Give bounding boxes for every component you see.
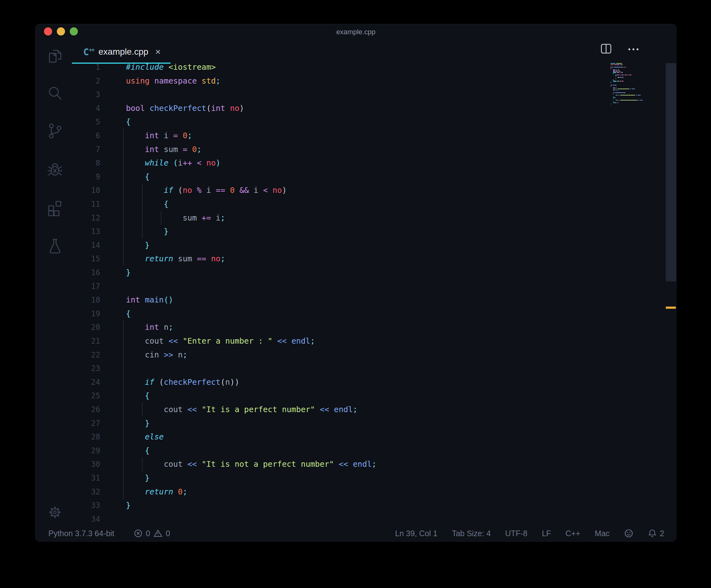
indent-guide xyxy=(123,471,124,485)
line-number: 5 xyxy=(81,115,100,129)
indent-guide xyxy=(123,211,124,225)
line-number: 2 xyxy=(81,74,100,88)
line-number: 23 xyxy=(81,361,100,375)
code-line: 26 cout << "It is a perfect number" << e… xyxy=(36,403,676,417)
code-line: 29 { xyxy=(36,444,676,458)
code-line: 30 cout << "It is not a perfect number" … xyxy=(36,457,676,471)
indent-guide xyxy=(123,238,124,252)
line-number: 18 xyxy=(81,293,100,307)
line-number: 19 xyxy=(81,307,100,321)
cpp-file-icon: C++ xyxy=(83,46,94,58)
code-line: 13 } xyxy=(36,225,676,238)
line-number: 11 xyxy=(81,197,100,211)
line-number: 24 xyxy=(81,375,100,389)
interpreter-status[interactable]: Python 3.7.3 64-bit xyxy=(48,529,114,538)
feedback-smiley-icon[interactable] xyxy=(624,529,633,538)
code-line: 22 cin >> n; xyxy=(36,348,676,362)
warning-icon xyxy=(153,529,163,538)
line-number: 7 xyxy=(81,143,100,156)
code-line: 27 } xyxy=(36,417,676,430)
code-line: 12 sum += i; xyxy=(36,211,676,225)
line-number: 4 xyxy=(81,102,100,115)
ellipsis-icon[interactable] xyxy=(628,46,639,52)
line-number: 32 xyxy=(81,485,100,499)
code-line: 6 int i = 0; xyxy=(36,129,676,143)
line-number: 34 xyxy=(81,512,100,526)
indent-guide xyxy=(123,430,124,444)
code-line: 3 xyxy=(36,88,676,102)
code-line: 16} xyxy=(36,266,676,279)
code-line: 32 return 0; xyxy=(36,485,676,499)
notification-count: 2 xyxy=(660,529,664,538)
line-number: 20 xyxy=(81,320,100,334)
cursor-position[interactable]: Ln 39, Col 1 xyxy=(395,529,437,538)
eol-sequence[interactable]: LF xyxy=(542,529,551,538)
tab-size[interactable]: Tab Size: 4 xyxy=(452,529,491,538)
line-number: 10 xyxy=(81,184,100,197)
code-line: 25 { xyxy=(36,389,676,403)
error-icon xyxy=(134,529,143,538)
split-editor-icon[interactable] xyxy=(601,44,611,55)
indent-guide xyxy=(123,457,124,471)
line-number: 27 xyxy=(81,417,100,430)
scrollbar-thumb[interactable] xyxy=(666,63,676,281)
code-line: 5{ xyxy=(36,115,676,129)
encoding[interactable]: UTF-8 xyxy=(505,529,527,538)
indent-guide xyxy=(123,361,124,375)
status-bar: Python 3.7.3 64-bit 0 0 Ln 39, Col 1 Tab… xyxy=(36,525,676,541)
os-indicator: Mac xyxy=(595,529,609,538)
indent-guide xyxy=(123,143,124,156)
indent-guide xyxy=(123,389,124,403)
code-line: 4bool checkPerfect(int no) xyxy=(36,102,676,115)
code-line: 9 { xyxy=(36,170,676,184)
line-number: 25 xyxy=(81,389,100,403)
code-line: 2using namespace std; xyxy=(36,74,676,88)
line-number: 31 xyxy=(81,471,100,485)
language-mode[interactable]: C++ xyxy=(566,529,580,538)
notifications-bell[interactable]: 2 xyxy=(648,529,664,538)
code-line: 14 } xyxy=(36,238,676,252)
indent-guide xyxy=(123,170,124,184)
indent-guide xyxy=(123,320,124,334)
indent-guide xyxy=(123,184,124,197)
code-line: 19{ xyxy=(36,307,676,321)
code-line: 17 xyxy=(36,279,676,293)
code-line: 20 int n; xyxy=(36,320,676,334)
indent-guide xyxy=(123,252,124,266)
code-line: 33} xyxy=(36,499,676,512)
line-number: 1 xyxy=(81,60,100,74)
code-line: 34 xyxy=(36,512,676,526)
line-number: 21 xyxy=(81,334,100,348)
indent-guide xyxy=(123,334,124,348)
line-number: 29 xyxy=(81,444,100,458)
title-bar[interactable]: example.cpp xyxy=(36,24,676,41)
indent-guide xyxy=(123,156,124,170)
line-number: 13 xyxy=(81,225,100,238)
code-line: 21 cout << "Enter a number : " << endl; xyxy=(36,334,676,348)
line-number: 3 xyxy=(81,88,100,102)
code-line: 1#include <iostream> xyxy=(36,60,676,74)
code-line: 18int main() xyxy=(36,293,676,307)
line-number: 12 xyxy=(81,211,100,225)
vscode-window: example.cpp C++ ex xyxy=(35,24,676,542)
code-line: 11 { xyxy=(36,197,676,211)
line-number: 8 xyxy=(81,156,100,170)
line-number: 22 xyxy=(81,348,100,362)
line-number: 9 xyxy=(81,170,100,184)
indent-guide xyxy=(123,417,124,430)
line-number: 6 xyxy=(81,129,100,143)
line-number: 28 xyxy=(81,430,100,444)
problems-status[interactable]: 0 0 xyxy=(134,529,170,538)
line-number: 14 xyxy=(81,238,100,252)
window-title: example.cpp xyxy=(36,28,676,36)
tab-close-icon[interactable]: × xyxy=(155,47,161,57)
indent-guide xyxy=(123,129,124,143)
indent-guide xyxy=(123,375,124,389)
indent-guide xyxy=(123,348,124,362)
code-line: 31 } xyxy=(36,471,676,485)
warning-count: 0 xyxy=(166,529,170,538)
indent-guide xyxy=(123,485,124,499)
tab-label: example.cpp xyxy=(99,47,149,57)
code-line: 23 xyxy=(36,361,676,375)
indent-guide xyxy=(123,444,124,458)
